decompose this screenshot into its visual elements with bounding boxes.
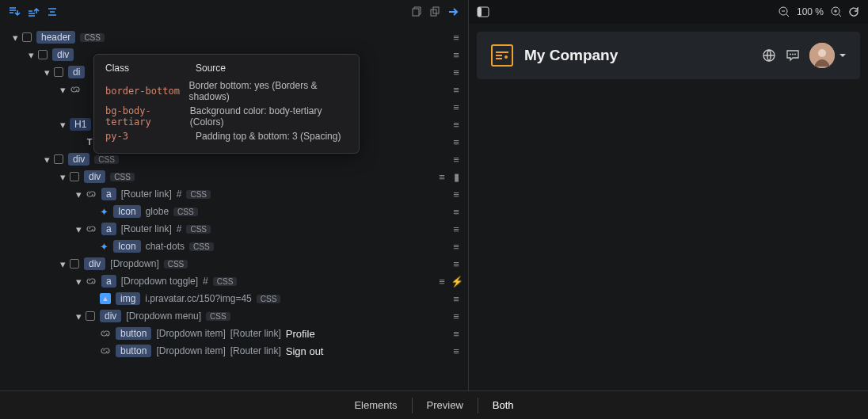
svg-point-13 <box>818 49 826 57</box>
avatar-dropdown[interactable] <box>809 43 835 68</box>
copy-icon[interactable] <box>408 4 424 20</box>
menu-icon[interactable]: ≡ <box>451 136 462 148</box>
menu-icon[interactable]: ≡ <box>451 328 462 340</box>
css-tooltip: Class Source border-bottomBorder bottom:… <box>93 54 360 154</box>
svg-point-7 <box>504 55 508 59</box>
tree-row-button[interactable]: button [Dropdown item] [Router link] Sig… <box>3 342 468 360</box>
css-badge[interactable]: CSS <box>110 173 135 181</box>
tree-row-dropdown[interactable]: ▾ div [Dropdown] CSS ≡ <box>3 255 468 272</box>
menu-icon[interactable]: ≡ <box>451 84 462 96</box>
layers-icon[interactable]: ▮ <box>451 171 462 183</box>
menu-icon[interactable]: ≡ <box>451 32 462 44</box>
copy-multi-icon[interactable] <box>427 4 443 20</box>
tab-elements[interactable]: Elements <box>340 398 412 413</box>
chevron-down-icon[interactable]: ▾ <box>41 67 52 78</box>
tag-div: di <box>68 66 85 78</box>
tree-row-button[interactable]: button [Dropdown item] [Router link] Pro… <box>3 325 468 342</box>
tree-row-img[interactable]: ▲ img i.pravatar.cc/150?img=45 CSS ≡ <box>3 290 468 307</box>
chevron-down-icon[interactable]: ▾ <box>73 223 84 234</box>
link-icon <box>86 223 97 234</box>
panel-icon[interactable] <box>477 6 489 17</box>
chevron-down-icon[interactable]: ▾ <box>41 154 52 165</box>
checkbox[interactable] <box>86 311 95 321</box>
checkbox[interactable] <box>70 259 79 269</box>
tooltip-header-source: Source <box>196 63 226 74</box>
image-icon: ▲ <box>100 293 111 304</box>
chevron-down-icon[interactable]: ▾ <box>73 310 84 322</box>
chevron-down-icon[interactable]: ▾ <box>25 49 36 60</box>
tag-a: a <box>101 275 116 288</box>
menu-icon[interactable]: ≡ <box>451 49 462 61</box>
css-badge[interactable]: CSS <box>257 295 281 303</box>
tag-div: div <box>100 310 121 322</box>
css-badge[interactable]: CSS <box>206 312 230 321</box>
tree-row[interactable]: ▾ div [Dropdown menu] CSS ≡ <box>3 307 468 325</box>
add-below-icon[interactable] <box>6 4 22 20</box>
tree-row-link[interactable]: ▾ a [Dropdown toggle] # CSS ≡⚡ <box>3 272 468 290</box>
menu-icon[interactable]: ≡ <box>451 67 462 78</box>
bolt-icon[interactable]: ⚡ <box>451 276 462 288</box>
tree-row[interactable]: ▾ div CSS ≡▮ <box>3 168 468 185</box>
tree-row-icon[interactable]: ✦ Icon globe CSS ≡ <box>3 203 468 220</box>
checkbox[interactable] <box>54 154 63 164</box>
refresh-icon[interactable] <box>847 6 860 18</box>
css-badge[interactable]: CSS <box>80 33 105 42</box>
css-badge[interactable]: CSS <box>173 208 198 216</box>
menu-icon[interactable]: ≡ <box>451 189 462 200</box>
tree-row-link[interactable]: ▾ a [Router link] # CSS ≡ <box>3 220 468 238</box>
css-badge[interactable]: CSS <box>94 155 119 164</box>
tree-row-header[interactable]: ▾ header CSS ≡ <box>3 29 468 46</box>
link-icon <box>100 328 111 339</box>
css-badge[interactable]: CSS <box>186 225 211 234</box>
elements-tree: ▾ header CSS ≡ ▾ div ≡ ▾ di ≡ <box>0 24 468 390</box>
link-icon <box>86 189 97 200</box>
menu-icon[interactable]: ≡ <box>451 310 462 322</box>
checkbox[interactable] <box>54 67 63 77</box>
chat-dots-icon[interactable] <box>786 48 800 63</box>
tree-row-icon[interactable]: ✦ Icon chat-dots CSS ≡ <box>3 238 468 255</box>
checkbox[interactable] <box>70 172 79 181</box>
css-badge[interactable]: CSS <box>213 277 238 286</box>
menu-icon[interactable]: ≡ <box>436 171 447 183</box>
css-badge[interactable]: CSS <box>189 242 214 251</box>
tree-row-link[interactable]: ▾ a [Router link] # CSS ≡ <box>3 185 468 203</box>
tag-div: div <box>52 48 74 61</box>
chevron-down-icon[interactable]: ▾ <box>57 171 68 182</box>
format-icon[interactable] <box>44 4 60 20</box>
menu-icon[interactable]: ≡ <box>451 154 462 166</box>
checkbox[interactable] <box>22 32 32 42</box>
menu-icon[interactable]: ≡ <box>436 276 447 288</box>
svg-rect-4 <box>478 7 482 17</box>
chevron-down-icon[interactable]: ▾ <box>73 276 84 287</box>
menu-icon[interactable]: ≡ <box>451 258 462 270</box>
menu-icon[interactable]: ≡ <box>451 206 462 218</box>
globe-icon[interactable] <box>762 48 776 63</box>
tag-h1: H1 <box>70 118 91 131</box>
chevron-down-icon[interactable]: ▾ <box>10 32 21 43</box>
add-above-icon[interactable] <box>25 4 41 20</box>
link-icon <box>70 84 81 95</box>
menu-icon[interactable]: ≡ <box>451 119 462 131</box>
arrow-right-icon[interactable] <box>446 4 462 20</box>
css-badge[interactable]: CSS <box>164 260 188 269</box>
menu-icon[interactable]: ≡ <box>451 101 462 113</box>
menu-icon[interactable]: ≡ <box>451 345 462 357</box>
chevron-down-icon[interactable]: ▾ <box>73 189 84 200</box>
chevron-down-icon[interactable]: ▾ <box>57 258 68 269</box>
checkbox[interactable] <box>38 50 48 59</box>
css-badge[interactable]: CSS <box>186 190 211 199</box>
preview-title: My Company <box>524 47 751 64</box>
menu-icon[interactable]: ≡ <box>451 223 462 235</box>
zoom-in-icon[interactable] <box>830 6 843 18</box>
zoom-out-icon[interactable] <box>778 6 790 18</box>
tab-both[interactable]: Both <box>478 398 528 413</box>
chevron-down-icon[interactable]: ▾ <box>57 119 68 130</box>
tag-icon: Icon <box>113 205 141 218</box>
tag-a: a <box>101 188 116 200</box>
tab-preview[interactable]: Preview <box>413 398 478 413</box>
menu-icon[interactable]: ≡ <box>451 241 462 253</box>
tag-img: img <box>116 292 140 305</box>
chevron-down-icon[interactable]: ▾ <box>57 84 68 95</box>
menu-icon[interactable]: ≡ <box>451 293 462 305</box>
star-icon: ✦ <box>100 206 108 218</box>
